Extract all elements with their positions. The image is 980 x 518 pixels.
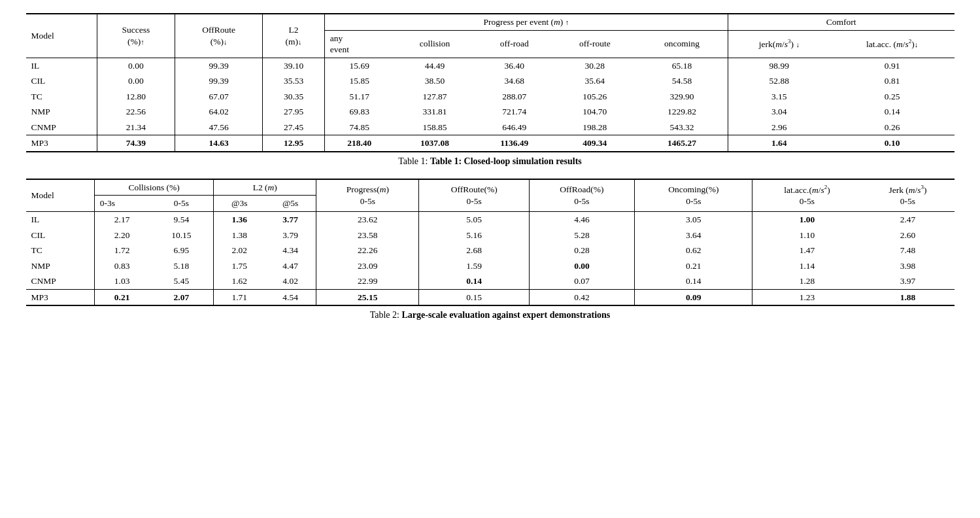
table-cell: 47.56 <box>175 120 263 135</box>
table-cell: 1.28 <box>752 273 862 289</box>
table-cell: 30.35 <box>263 89 324 105</box>
table-cell: 0.28 <box>529 243 634 258</box>
table-cell: 1136.49 <box>475 135 553 152</box>
table-cell: 9.54 <box>149 212 213 228</box>
table-cell: 27.95 <box>263 104 324 120</box>
t2-latacc-h: lat.acc.(m/s2)0-5s <box>752 179 862 212</box>
table-cell: 4.02 <box>265 273 316 289</box>
table-cell: 331.81 <box>394 104 475 120</box>
table-cell: 15.85 <box>324 73 394 89</box>
table-cell: 1.36 <box>214 212 265 228</box>
t1-col-offroute-h: off-route <box>553 30 636 58</box>
table-cell: 5.45 <box>149 273 213 289</box>
table-cell: 1.71 <box>214 289 265 305</box>
table-cell: 409.34 <box>553 135 636 152</box>
t1-col-offroute: OffRoute(%)↓ <box>175 14 263 58</box>
table-cell: 105.26 <box>553 89 636 105</box>
table-cell: 6.95 <box>149 243 213 258</box>
table-cell: 35.64 <box>553 73 636 89</box>
table-cell: 1.59 <box>419 258 529 274</box>
t1-progress-group: Progress per event (m) ↑ <box>324 14 728 30</box>
table1-caption: Table 1: Table 1: Closed-loop simulation… <box>26 156 955 167</box>
table2: Model Collisions (%) L2 (m) Progress(m)0… <box>26 179 955 306</box>
t2-col-model: Model <box>26 179 95 212</box>
table-cell: 198.28 <box>553 120 636 135</box>
table-cell: 12.80 <box>97 89 175 105</box>
table-cell: 39.10 <box>263 58 324 73</box>
table-cell: 52.88 <box>728 73 830 89</box>
table-cell: 23.09 <box>316 258 419 274</box>
table-cell: 0.15 <box>419 289 529 305</box>
model-name: CIL <box>26 73 97 89</box>
table-cell: 3.77 <box>265 212 316 228</box>
table-cell: 0.14 <box>419 273 529 289</box>
table-cell: 0.00 <box>529 258 634 274</box>
table-cell: 27.45 <box>263 120 324 135</box>
table-cell: 4.54 <box>265 289 316 305</box>
table-cell: 0.25 <box>830 89 955 105</box>
table-cell: 30.28 <box>553 58 636 73</box>
table-cell: 21.34 <box>97 120 175 135</box>
table-cell: 2.07 <box>149 289 213 305</box>
table-cell: 1037.08 <box>394 135 475 152</box>
table-cell: 67.07 <box>175 89 263 105</box>
table-cell: 329.90 <box>636 89 728 105</box>
t1-col-model: Model <box>26 14 97 58</box>
table2-caption: Table 2: Large-scale evaluation against … <box>26 310 955 320</box>
model-name: TC <box>26 89 97 105</box>
table-cell: 1.00 <box>752 212 862 228</box>
model-name: MP3 <box>26 289 95 305</box>
model-name: CIL <box>26 228 95 243</box>
table-cell: 0.91 <box>830 58 955 73</box>
table-cell: 4.46 <box>529 212 634 228</box>
model-name: NMP <box>26 258 95 274</box>
t2-l2-group: L2 (m) <box>214 179 316 196</box>
table-cell: 1.62 <box>214 273 265 289</box>
table-cell: 2.20 <box>94 228 149 243</box>
table-cell: 1.47 <box>752 243 862 258</box>
table-cell: 65.18 <box>636 58 728 73</box>
table-cell: 99.39 <box>175 73 263 89</box>
table1: Model Success(%)↑ OffRoute(%)↓ L2(m)↓ Pr… <box>26 13 955 152</box>
t1-col-success: Success(%)↑ <box>97 14 175 58</box>
table-cell: 1.14 <box>752 258 862 274</box>
table-cell: 38.50 <box>394 73 475 89</box>
table-cell: 4.47 <box>265 258 316 274</box>
table-cell: 3.15 <box>728 89 830 105</box>
table-cell: 3.79 <box>265 228 316 243</box>
table-cell: 98.99 <box>728 58 830 73</box>
table-cell: 721.74 <box>475 104 553 120</box>
table-cell: 3.64 <box>635 228 752 243</box>
table-cell: 51.17 <box>324 89 394 105</box>
t2-coll-05: 0-5s <box>149 196 213 212</box>
t2-l2-5s: @5s <box>265 196 316 212</box>
table-cell: 2.68 <box>419 243 529 258</box>
table-cell: 0.62 <box>635 243 752 258</box>
table-cell: 0.81 <box>830 73 955 89</box>
table-cell: 5.05 <box>419 212 529 228</box>
table-cell: 34.68 <box>475 73 553 89</box>
table-cell: 2.60 <box>861 228 954 243</box>
t1-col-latacc: lat.acc. (m/s2)↓ <box>830 30 955 58</box>
table-cell: 0.83 <box>94 258 149 274</box>
t2-offroute-h: OffRoute(%)0-5s <box>419 179 529 212</box>
table-cell: 22.26 <box>316 243 419 258</box>
table-cell: 218.40 <box>324 135 394 152</box>
table-cell: 14.63 <box>175 135 263 152</box>
table-cell: 288.07 <box>475 89 553 105</box>
table-cell: 5.18 <box>149 258 213 274</box>
t2-jerk-h: Jerk (m/s3)0-5s <box>861 179 954 212</box>
table-cell: 1.64 <box>728 135 830 152</box>
table-cell: 104.70 <box>553 104 636 120</box>
table-cell: 3.97 <box>861 273 954 289</box>
table-cell: 0.21 <box>635 258 752 274</box>
table-cell: 127.87 <box>394 89 475 105</box>
table-cell: 12.95 <box>263 135 324 152</box>
table-cell: 0.14 <box>635 273 752 289</box>
table-cell: 2.02 <box>214 243 265 258</box>
table-cell: 5.28 <box>529 228 634 243</box>
table-cell: 3.05 <box>635 212 752 228</box>
table-cell: 74.39 <box>97 135 175 152</box>
table-cell: 2.17 <box>94 212 149 228</box>
t1-col-any: anyevent <box>324 30 394 58</box>
